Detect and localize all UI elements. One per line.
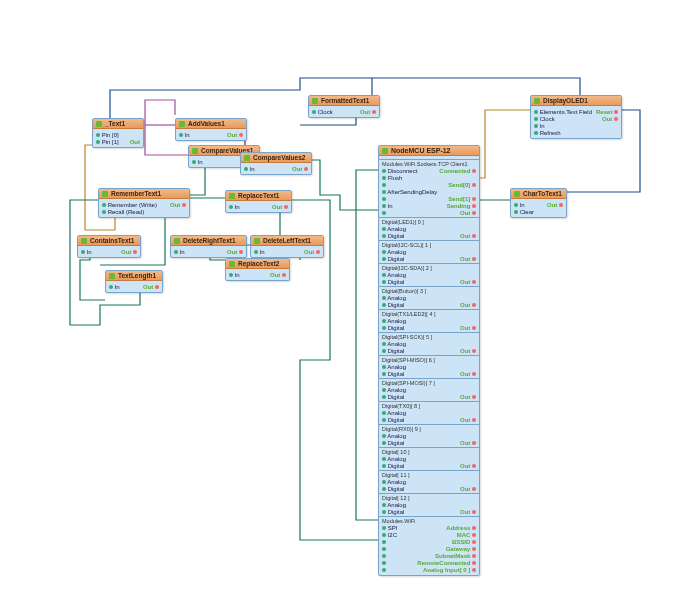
node-title: _Text1 [105,120,125,127]
node-title: DeleteLeftText1 [263,237,311,244]
text-icon [312,98,318,104]
diagram-canvas[interactable]: _Text1 Pin [0] Pin [1]Out AddValues1 InO… [0,0,692,600]
node-title: NodeMCU ESP-12 [391,147,451,154]
mcu-pin-row: DigitalOut [382,255,476,262]
node-title: DisplayOLED1 [543,97,588,104]
mcu-pin-row: Send[0] [382,181,476,188]
node-title: FormattedText1 [321,97,369,104]
mcu-pin-row: Analog [382,386,476,393]
node-deleteright1[interactable]: DeleteRightText1 InOut [170,235,247,258]
node-containstext1[interactable]: ContainsText1 InOut [77,235,141,258]
mcu-pin-row: Analog [382,409,476,416]
compare-icon [192,148,198,154]
text-icon [109,273,115,279]
mcu-pin-row: Analog [382,363,476,370]
node-textlength1[interactable]: TextLength1 InOut [105,270,163,293]
mcu-pin-row: SubnetMask [382,552,476,559]
node-displayoled1[interactable]: DisplayOLED1 Elements.Text FieldReset Cl… [530,95,622,139]
memory-icon [102,191,108,197]
mcu-pin-row: I2CMAC [382,531,476,538]
display-icon [534,98,540,104]
mcu-pin-row: Analog [382,317,476,324]
text-icon [229,261,235,267]
node-title: ReplaceText1 [238,192,279,199]
node-nodemcu[interactable]: NodeMCU ESP-12 Modules.WiFi.Sockets.TCP … [378,145,480,576]
mcu-pin-row: Out [382,209,476,216]
node-title: CompareValues2 [253,154,305,161]
mcu-pin-row: AfterSendingDelay [382,188,476,195]
mcu-pin-row: Analog [382,340,476,347]
node-replacetext1[interactable]: ReplaceText1 InOut [225,190,292,213]
mcu-pin-row: DigitalOut [382,485,476,492]
mcu-pin-row: DigitalOut [382,278,476,285]
mcu-pin-row: DigitalOut [382,347,476,354]
text-icon [254,238,260,244]
mcu-pin-row: DisconnectConnected [382,167,476,174]
node-chartotext1[interactable]: CharToText1 InOut Clear [510,188,567,218]
text-icon [514,191,520,197]
node-title: ReplaceText2 [238,260,279,267]
node-remembertext1[interactable]: RememberText1 Remember (Write)Out Recall… [98,188,190,218]
mcu-pin-row: DigitalOut [382,508,476,515]
mcu-pin-row: Analog [382,455,476,462]
mcu-pin-row: Analog [382,225,476,232]
mcu-pin-row: RemoteConnected [382,559,476,566]
mcu-pin-row: BSSID [382,538,476,545]
node-title: CharToText1 [523,190,562,197]
mcu-pin-row: SPIAddress [382,524,476,531]
node-title: DeleteRightText1 [183,237,236,244]
text-icon [229,193,235,199]
node-formattedtext1[interactable]: FormattedText1 ClockOut [308,95,380,118]
text-icon [96,121,102,127]
mcu-pin-row: DigitalOut [382,324,476,331]
mcu-pin-row: Analog Input[ 0 ] [382,566,476,573]
node-title: ContainsText1 [90,237,134,244]
mcu-pin-row: Analog [382,294,476,301]
text-icon [81,238,87,244]
node-comparevalues2[interactable]: CompareValues2 InOut [240,152,312,175]
wire-layer [0,0,692,600]
mcu-pin-row: DigitalOut [382,439,476,446]
mcu-pin-row: DigitalOut [382,416,476,423]
mcu-pin-row: DigitalOut [382,232,476,239]
mcu-pin-row: DigitalOut [382,393,476,400]
chip-icon [382,148,388,154]
mcu-pin-row: DigitalOut [382,301,476,308]
text-icon [174,238,180,244]
node-title: TextLength1 [118,272,156,279]
math-icon [179,121,185,127]
mcu-pin-row: Gateway [382,545,476,552]
mcu-pin-row: Analog [382,501,476,508]
mcu-pin-row: Analog [382,432,476,439]
mcu-pin-row: Analog [382,478,476,485]
mcu-pin-row: Send[1] [382,195,476,202]
mcu-pin-row: Analog [382,271,476,278]
node-text1[interactable]: _Text1 Pin [0] Pin [1]Out [92,118,144,148]
node-title: RememberText1 [111,190,161,197]
node-addvalues1[interactable]: AddValues1 InOut [175,118,247,141]
mcu-section-label: Modules.WiFi.Sockets.TCP Client1 [382,161,476,167]
mcu-pin-row: DigitalOut [382,462,476,469]
node-replacetext2[interactable]: ReplaceText2 InOut [225,258,290,281]
mcu-pin-row: Flush [382,174,476,181]
node-title: AddValues1 [188,120,225,127]
node-deleteleft1[interactable]: DeleteLeftText1 InOut [250,235,324,258]
compare-icon [244,155,250,161]
mcu-pin-row: InSending [382,202,476,209]
mcu-pin-row: Analog [382,248,476,255]
mcu-pin-row: DigitalOut [382,370,476,377]
